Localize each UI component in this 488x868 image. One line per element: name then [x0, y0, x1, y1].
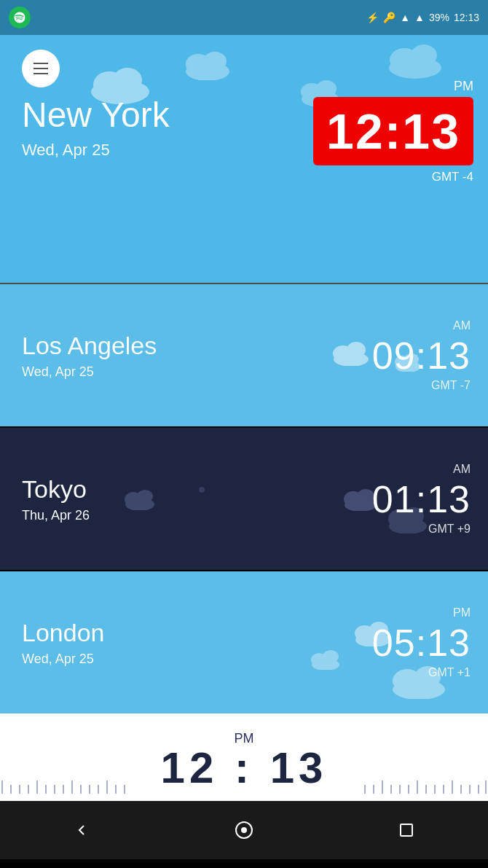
svg-rect-46	[80, 785, 82, 794]
tokyo-dot-1	[197, 485, 208, 496]
london-section: London Wed, Apr 25 PM 05:13 GMT +1	[0, 571, 488, 713]
svg-rect-41	[36, 781, 38, 794]
svg-point-20	[137, 490, 153, 503]
svg-rect-40	[28, 785, 29, 794]
svg-rect-63	[460, 785, 462, 794]
status-bar: ⚡ 🔑 ▲ ▲ 39% 12:13	[0, 0, 488, 35]
svg-point-33	[323, 650, 339, 663]
tokyo-time: 01:13	[372, 477, 471, 521]
svg-rect-52	[364, 785, 366, 794]
svg-rect-57	[408, 785, 409, 794]
la-cloud-1	[331, 340, 371, 366]
london-gmt: GMT +1	[372, 666, 471, 679]
london-time-box: PM 05:13 GMT +1	[372, 606, 471, 679]
tokyo-cloud-1	[124, 488, 157, 510]
svg-rect-62	[452, 781, 453, 794]
menu-button[interactable]	[22, 50, 60, 87]
los-angeles-section: Los Angeles Wed, Apr 25 AM 09:13 GMT -7	[0, 284, 488, 426]
svg-rect-64	[469, 785, 471, 794]
svg-rect-42	[45, 785, 47, 794]
back-icon	[73, 821, 90, 839]
svg-rect-65	[478, 785, 479, 794]
svg-rect-51	[124, 785, 125, 794]
cloud-decoration-4	[386, 42, 444, 79]
new-york-ampm: PM	[313, 79, 473, 94]
london-cloud-2	[310, 649, 342, 670]
svg-rect-54	[382, 781, 383, 794]
tokyo-ampm: AM	[372, 463, 471, 476]
recent-button[interactable]	[388, 812, 425, 848]
los-angeles-gmt: GMT -7	[372, 379, 471, 392]
svg-point-21	[199, 487, 205, 493]
tick-marks-svg	[0, 781, 488, 801]
svg-rect-53	[373, 785, 374, 794]
cloud-decoration-2	[182, 50, 233, 80]
timeline-bar[interactable]: PM 12 : 13	[0, 713, 488, 801]
status-bar-right: ⚡ 🔑 ▲ ▲ 39% 12:13	[366, 12, 479, 23]
bluetooth-icon: ⚡	[366, 12, 379, 23]
svg-rect-56	[399, 785, 401, 794]
tokyo-section: Tokyo Thu, Apr 26 AM 01:13 GMT +9	[0, 428, 488, 570]
svg-rect-43	[54, 785, 55, 794]
svg-point-68	[241, 827, 247, 833]
london-ampm: PM	[372, 606, 471, 619]
svg-rect-45	[71, 781, 73, 794]
london-time: 05:13	[372, 621, 471, 665]
new-york-time: 12:13	[313, 97, 473, 165]
status-time: 12:13	[454, 12, 479, 23]
key-icon: 🔑	[383, 12, 395, 23]
los-angeles-time: 09:13	[372, 334, 471, 378]
svg-rect-55	[390, 785, 392, 794]
tokyo-time-box: AM 01:13 GMT +9	[372, 463, 471, 536]
svg-rect-37	[1, 781, 3, 794]
hamburger-icon	[34, 63, 48, 74]
new-york-section: New York Wed, Apr 25 PM 12:13 GMT -4	[0, 35, 488, 283]
svg-point-2	[113, 68, 142, 93]
svg-rect-60	[434, 785, 436, 794]
spotify-icon	[9, 7, 31, 28]
los-angeles-ampm: AM	[372, 319, 471, 332]
svg-rect-50	[115, 785, 117, 794]
svg-rect-61	[443, 785, 444, 794]
signal-icon: ▲	[414, 12, 425, 23]
recent-icon	[398, 822, 414, 838]
back-button[interactable]	[63, 812, 100, 848]
svg-point-11	[411, 44, 437, 66]
battery-text: 39%	[429, 12, 449, 23]
home-icon	[234, 820, 254, 840]
svg-rect-39	[19, 785, 20, 794]
los-angeles-time-box: AM 09:13 GMT -7	[372, 319, 471, 392]
svg-rect-58	[417, 781, 418, 794]
svg-rect-38	[10, 785, 12, 794]
svg-rect-66	[485, 781, 487, 794]
wifi-icon: ▲	[400, 12, 410, 23]
new-york-time-box: PM 12:13 GMT -4	[313, 79, 473, 184]
home-button[interactable]	[226, 812, 262, 848]
new-york-gmt: GMT -4	[313, 170, 473, 184]
tokyo-gmt: GMT +9	[372, 523, 471, 536]
svg-rect-48	[98, 785, 99, 794]
svg-rect-49	[106, 781, 108, 794]
svg-rect-69	[401, 824, 412, 836]
navigation-bar	[0, 801, 488, 859]
svg-rect-59	[425, 785, 427, 794]
svg-rect-47	[89, 785, 90, 794]
svg-rect-44	[63, 785, 64, 794]
status-bar-left	[9, 7, 31, 28]
svg-point-14	[347, 342, 366, 358]
svg-point-5	[203, 52, 227, 71]
